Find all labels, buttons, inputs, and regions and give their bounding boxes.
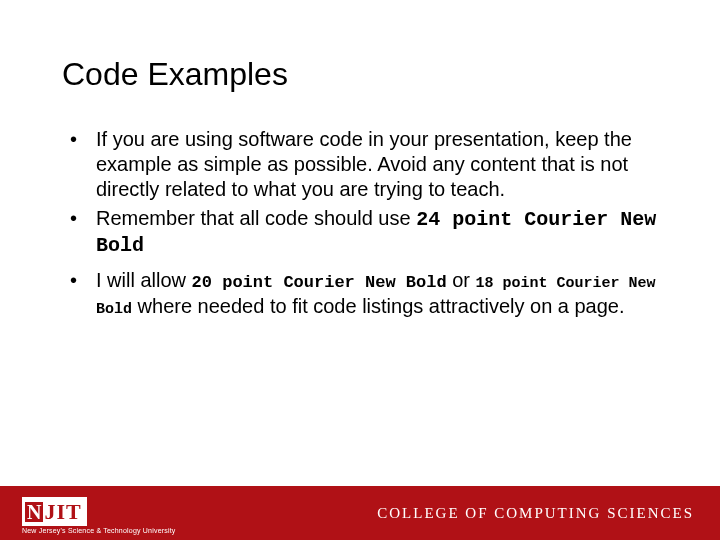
- bullet-text: If you are using software code in your p…: [96, 128, 632, 200]
- college-name: COLLEGE OF COMPUTING SCIENCES: [377, 505, 694, 522]
- bullet-text: I will allow: [96, 269, 192, 291]
- njit-logo-n: N: [25, 502, 43, 522]
- bullet-item: Remember that all code should use 24 poi…: [88, 206, 658, 258]
- njit-tagline: New Jersey's Science & Technology Univer…: [22, 527, 176, 534]
- bullet-item: If you are using software code in your p…: [88, 127, 658, 202]
- footer-gap: [0, 478, 720, 486]
- njit-logo: NJIT New Jersey's Science & Technology U…: [22, 497, 176, 534]
- bullet-item: I will allow 20 point Courier New Bold o…: [88, 268, 658, 320]
- inline-code: 20 point Courier New Bold: [192, 273, 447, 292]
- bullet-list: If you are using software code in your p…: [62, 127, 658, 320]
- slide: Code Examples If you are using software …: [0, 0, 720, 540]
- footer-bar: NJIT New Jersey's Science & Technology U…: [0, 488, 720, 540]
- njit-logo-rest: JIT: [44, 499, 81, 524]
- njit-logo-box: NJIT: [22, 497, 87, 526]
- slide-title: Code Examples: [62, 56, 658, 93]
- slide-content: Code Examples If you are using software …: [0, 0, 720, 320]
- bullet-text: Remember that all code should use: [96, 207, 416, 229]
- bullet-text: where needed to fit code listings attrac…: [132, 295, 625, 317]
- slide-footer: NJIT New Jersey's Science & Technology U…: [0, 478, 720, 540]
- bullet-text: or: [447, 269, 476, 291]
